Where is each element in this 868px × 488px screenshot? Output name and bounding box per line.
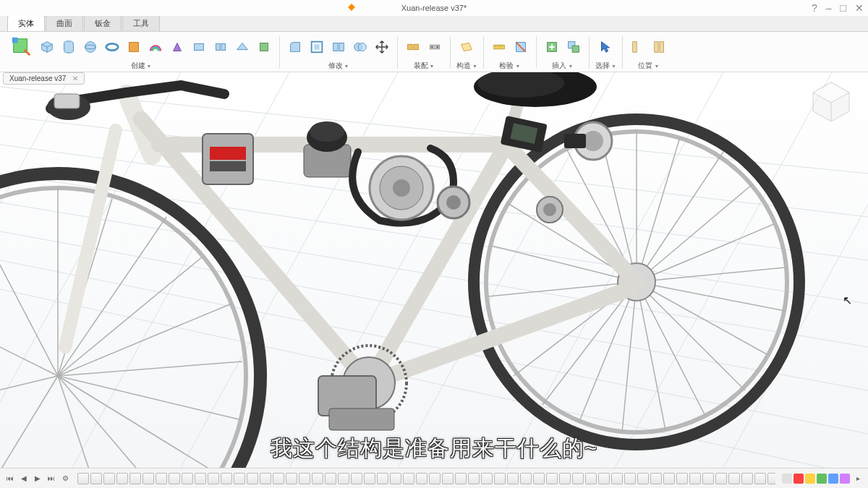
split-icon[interactable] [329, 38, 348, 56]
move-icon[interactable] [373, 38, 391, 56]
timeline-feature[interactable] [182, 473, 193, 484]
rigid-icon[interactable] [425, 38, 444, 56]
section-icon[interactable] [511, 38, 530, 56]
breadcrumb[interactable]: Xuan-release v37 ✕ [3, 72, 85, 85]
tab-tools[interactable]: 工具 [122, 15, 160, 31]
timeline-feature[interactable] [221, 473, 232, 484]
viewport-3d[interactable] [0, 72, 868, 468]
timeline-feature[interactable] [364, 473, 375, 484]
timeline-feature[interactable] [702, 473, 714, 484]
timeline-feature[interactable] [546, 473, 558, 484]
timeline-feature[interactable] [572, 473, 584, 484]
timeline-feature[interactable] [156, 473, 167, 484]
timeline-settings-button[interactable]: ⚙ [59, 473, 71, 484]
timeline-feature[interactable] [260, 473, 271, 484]
timeline-feature[interactable] [598, 473, 610, 484]
timeline-feature[interactable] [637, 473, 649, 484]
timeline-feature[interactable] [650, 473, 662, 484]
timeline-feature[interactable] [351, 473, 362, 484]
minimize-button[interactable]: – [826, 2, 832, 14]
timeline-feature[interactable] [129, 473, 141, 484]
timeline-feature[interactable] [312, 473, 323, 484]
timeline-next-button[interactable]: ▶ [32, 473, 43, 484]
timeline-prev-button[interactable]: ◀ [18, 473, 30, 484]
tab-solid[interactable]: 实体 [7, 15, 45, 31]
ruler1-icon[interactable] [629, 38, 647, 56]
timeline-feature[interactable] [286, 473, 297, 484]
timeline-feature[interactable] [142, 473, 154, 484]
timeline-feature[interactable] [676, 473, 688, 484]
measure-icon[interactable] [490, 38, 509, 56]
maximize-button[interactable]: □ [841, 2, 846, 14]
timeline-feature[interactable] [533, 473, 545, 484]
timeline-feature[interactable] [455, 473, 467, 484]
timeline-feature[interactable] [559, 473, 571, 484]
timeline-feature[interactable] [247, 473, 258, 484]
prism2-icon[interactable] [190, 38, 208, 56]
fillet-icon[interactable] [286, 38, 305, 56]
cylinder-icon[interactable] [59, 38, 78, 56]
tab-surface[interactable]: 曲面 [46, 15, 83, 31]
timeline-feature[interactable] [754, 473, 766, 484]
new-sketch-icon[interactable] [9, 34, 35, 60]
timeline-feature[interactable] [442, 473, 454, 484]
close-button[interactable]: ✕ [855, 2, 864, 14]
timeline-feature[interactable] [741, 473, 753, 484]
timeline-feature[interactable] [689, 473, 701, 484]
timeline-feature[interactable] [195, 473, 206, 484]
timeline-feature[interactable] [624, 473, 636, 484]
timeline-feature[interactable] [325, 473, 336, 484]
timeline-feature[interactable] [481, 473, 493, 484]
viewcube[interactable] [806, 77, 856, 127]
timeline-feature[interactable] [169, 473, 180, 484]
timeline-feature[interactable] [77, 473, 89, 484]
timeline-feature[interactable] [728, 473, 740, 484]
timeline-feature[interactable] [390, 473, 401, 484]
prism5-icon[interactable] [255, 38, 273, 56]
timeline-expand-icon[interactable]: ▸ [852, 473, 864, 484]
bicycle-model[interactable] [0, 72, 868, 468]
timeline-first-button[interactable]: ⏮ [4, 473, 16, 484]
timeline-feature[interactable] [507, 473, 519, 484]
timeline-feature[interactable] [663, 473, 675, 484]
prism3-icon[interactable] [211, 38, 230, 56]
select-arrow-icon[interactable] [596, 38, 615, 56]
timeline-feature[interactable] [611, 473, 623, 484]
timeline-feature[interactable] [429, 473, 441, 484]
timeline-feature[interactable] [234, 473, 245, 484]
prism4-icon[interactable] [233, 38, 252, 56]
torus-icon[interactable] [103, 38, 122, 56]
prism1-icon[interactable] [168, 38, 187, 56]
timeline-feature[interactable] [416, 473, 427, 484]
timeline-feature[interactable] [377, 473, 388, 484]
timeline-feature[interactable] [468, 473, 480, 484]
timeline-feature[interactable] [90, 473, 102, 484]
help-icon[interactable]: ? [812, 2, 817, 14]
timeline-feature[interactable] [494, 473, 506, 484]
timeline-feature[interactable] [103, 473, 115, 484]
timeline-feature[interactable] [585, 473, 597, 484]
insert-icon[interactable] [542, 38, 561, 56]
combine-icon[interactable] [351, 38, 370, 56]
coil-icon[interactable] [124, 38, 143, 56]
timeline-feature[interactable] [299, 473, 310, 484]
timeline-feature[interactable] [208, 473, 219, 484]
tab-sheetmetal[interactable]: 钣金 [84, 15, 122, 31]
timeline-feature[interactable] [715, 473, 727, 484]
plane-icon[interactable] [457, 38, 476, 56]
close-icon[interactable]: ✕ [72, 74, 78, 82]
box-icon[interactable] [38, 38, 56, 56]
joint-icon[interactable] [404, 38, 422, 56]
timeline-last-button[interactable]: ⏭ [46, 473, 57, 484]
timeline-feature[interactable] [520, 473, 532, 484]
timeline-features[interactable] [77, 473, 775, 484]
sphere-icon[interactable] [81, 38, 100, 56]
shell-icon[interactable] [307, 38, 326, 56]
timeline-feature[interactable] [273, 473, 284, 484]
timeline-feature[interactable] [767, 473, 775, 484]
timeline-feature[interactable] [338, 473, 349, 484]
ruler2-icon[interactable] [650, 38, 669, 56]
timeline-feature[interactable] [403, 473, 414, 484]
rainbow-icon[interactable] [146, 38, 165, 56]
derive-icon[interactable] [564, 38, 583, 56]
